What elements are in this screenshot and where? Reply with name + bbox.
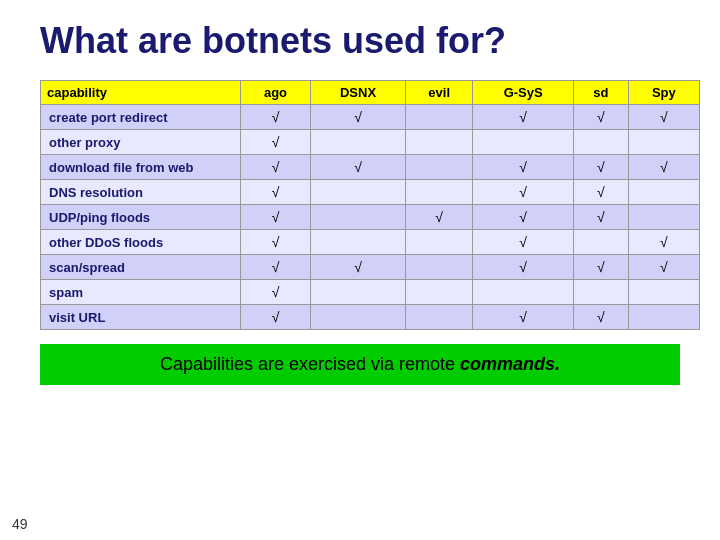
- gsys-cell: [473, 130, 574, 155]
- evil-cell: [406, 230, 473, 255]
- evil-cell: [406, 155, 473, 180]
- ago-cell: √: [241, 255, 311, 280]
- check-mark: √: [272, 259, 280, 275]
- sd-cell: √: [574, 180, 629, 205]
- col-dsnx: DSNX: [310, 81, 405, 105]
- evil-cell: [406, 280, 473, 305]
- check-mark: √: [272, 184, 280, 200]
- col-ago: ago: [241, 81, 311, 105]
- sd-cell: √: [574, 205, 629, 230]
- footer-text-normal: Capabilities are exercised via remote: [160, 354, 460, 374]
- slide-container: What are botnets used for? capability ag…: [0, 0, 720, 540]
- sd-cell: √: [574, 155, 629, 180]
- check-mark: √: [519, 309, 527, 325]
- check-mark: √: [519, 209, 527, 225]
- check-mark: √: [597, 159, 605, 175]
- evil-cell: [406, 305, 473, 330]
- check-mark: √: [354, 259, 362, 275]
- check-mark: √: [272, 284, 280, 300]
- table-body: create port redirect√√√√√other proxy√dow…: [41, 105, 700, 330]
- dsnx-cell: [310, 230, 405, 255]
- spy-cell: √: [628, 155, 699, 180]
- spy-cell: √: [628, 105, 699, 130]
- check-mark: √: [519, 234, 527, 250]
- gsys-cell: √: [473, 105, 574, 130]
- capabilities-table: capability ago DSNX evil G-SyS sd Spy cr…: [40, 80, 700, 330]
- gsys-cell: √: [473, 205, 574, 230]
- capability-cell: other proxy: [41, 130, 241, 155]
- evil-cell: [406, 105, 473, 130]
- check-mark: √: [597, 184, 605, 200]
- check-mark: √: [519, 184, 527, 200]
- gsys-cell: √: [473, 180, 574, 205]
- table-row: visit URL√√√: [41, 305, 700, 330]
- table-header-row: capability ago DSNX evil G-SyS sd Spy: [41, 81, 700, 105]
- col-spy: Spy: [628, 81, 699, 105]
- check-mark: √: [272, 134, 280, 150]
- capability-cell: visit URL: [41, 305, 241, 330]
- gsys-cell: [473, 280, 574, 305]
- table-row: spam√: [41, 280, 700, 305]
- capability-cell: create port redirect: [41, 105, 241, 130]
- check-mark: √: [660, 259, 668, 275]
- ago-cell: √: [241, 205, 311, 230]
- table-row: other DDoS floods√√√: [41, 230, 700, 255]
- spy-cell: √: [628, 230, 699, 255]
- sd-cell: √: [574, 305, 629, 330]
- check-mark: √: [519, 259, 527, 275]
- sd-cell: √: [574, 105, 629, 130]
- ago-cell: √: [241, 230, 311, 255]
- evil-cell: [406, 255, 473, 280]
- check-mark: √: [660, 159, 668, 175]
- col-capability: capability: [41, 81, 241, 105]
- table-wrapper: capability ago DSNX evil G-SyS sd Spy cr…: [40, 80, 680, 330]
- footer-bar: Capabilities are exercised via remote co…: [40, 344, 680, 385]
- gsys-cell: √: [473, 305, 574, 330]
- capability-cell: UDP/ping floods: [41, 205, 241, 230]
- evil-cell: [406, 130, 473, 155]
- footer-text-italic: commands.: [460, 354, 560, 374]
- check-mark: √: [272, 159, 280, 175]
- capability-cell: DNS resolution: [41, 180, 241, 205]
- capability-cell: other DDoS floods: [41, 230, 241, 255]
- table-row: scan/spread√√√√√: [41, 255, 700, 280]
- table-row: other proxy√: [41, 130, 700, 155]
- check-mark: √: [519, 109, 527, 125]
- evil-cell: [406, 180, 473, 205]
- check-mark: √: [435, 209, 443, 225]
- ago-cell: √: [241, 155, 311, 180]
- spy-cell: [628, 205, 699, 230]
- col-gsys: G-SyS: [473, 81, 574, 105]
- gsys-cell: √: [473, 155, 574, 180]
- ago-cell: √: [241, 180, 311, 205]
- table-row: DNS resolution√√√: [41, 180, 700, 205]
- slide-number: 49: [12, 516, 28, 532]
- dsnx-cell: [310, 305, 405, 330]
- spy-cell: [628, 305, 699, 330]
- sd-cell: [574, 280, 629, 305]
- check-mark: √: [272, 209, 280, 225]
- capability-cell: spam: [41, 280, 241, 305]
- capability-cell: download file from web: [41, 155, 241, 180]
- dsnx-cell: [310, 180, 405, 205]
- spy-cell: [628, 130, 699, 155]
- slide-title: What are botnets used for?: [40, 20, 690, 62]
- dsnx-cell: [310, 130, 405, 155]
- ago-cell: √: [241, 130, 311, 155]
- check-mark: √: [597, 209, 605, 225]
- dsnx-cell: √: [310, 105, 405, 130]
- sd-cell: [574, 230, 629, 255]
- col-evil: evil: [406, 81, 473, 105]
- check-mark: √: [272, 234, 280, 250]
- check-mark: √: [354, 159, 362, 175]
- spy-cell: [628, 280, 699, 305]
- sd-cell: √: [574, 255, 629, 280]
- sd-cell: [574, 130, 629, 155]
- check-mark: √: [519, 159, 527, 175]
- dsnx-cell: √: [310, 155, 405, 180]
- ago-cell: √: [241, 105, 311, 130]
- capability-cell: scan/spread: [41, 255, 241, 280]
- check-mark: √: [597, 109, 605, 125]
- evil-cell: √: [406, 205, 473, 230]
- spy-cell: √: [628, 255, 699, 280]
